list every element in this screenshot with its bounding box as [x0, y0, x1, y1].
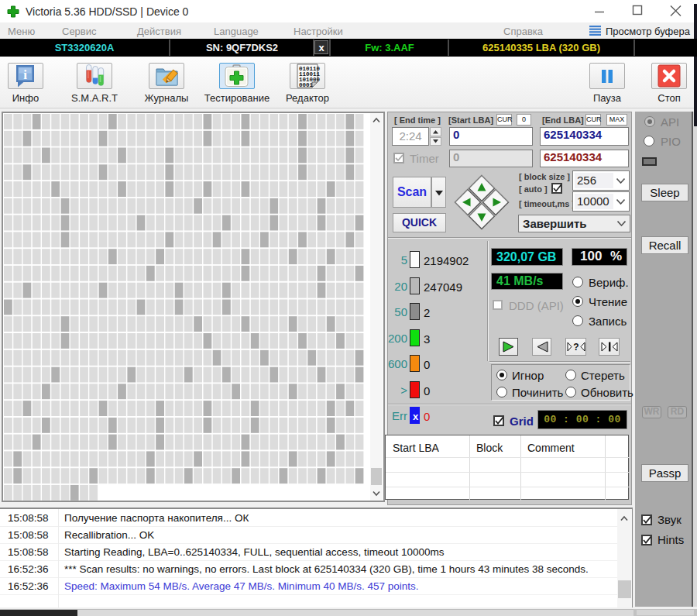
svg-text:0001: 0001 [299, 82, 314, 88]
svg-text:i: i [23, 67, 27, 82]
svg-text:?: ? [573, 342, 579, 353]
svg-text:x: x [413, 411, 419, 422]
